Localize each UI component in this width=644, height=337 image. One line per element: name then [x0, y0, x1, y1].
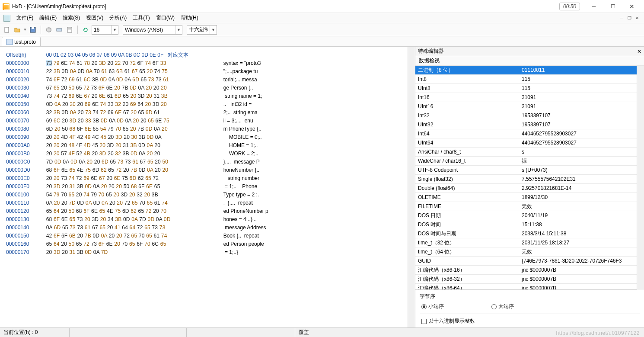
- svg-rect-0: [5, 27, 9, 32]
- base-input[interactable]: [187, 26, 210, 34]
- radio-big-endian[interactable]: 大端序: [491, 303, 514, 310]
- menu-7[interactable]: 帮助(H): [181, 15, 198, 21]
- title-bar: HxD - [C:\Users\ming\Desktop\test.proto]…: [0, 0, 644, 13]
- radio-icon: [491, 304, 497, 309]
- tab-test-proto[interactable]: test.proto: [2, 37, 41, 46]
- inspector-row[interactable]: UInt644404652795528903027: [415, 138, 637, 148]
- inspector-row[interactable]: UInt1631091: [415, 102, 637, 111]
- status-position: 当前位置(h) : 0: [0, 328, 69, 337]
- inspector-row[interactable]: time_t（64 位）无效: [415, 247, 637, 257]
- app-icon: [3, 3, 10, 10]
- close-button[interactable]: ✕: [622, 0, 641, 13]
- inspector-row[interactable]: DOS 日期2040/11/19: [415, 211, 637, 220]
- inspector-row[interactable]: time_t（32 位）2031/11/25 18:18:27: [415, 238, 637, 247]
- svg-rect-4: [57, 29, 62, 31]
- save-icon[interactable]: [29, 26, 37, 34]
- status-bar: 当前位置(h) : 0 覆盖: [0, 327, 644, 337]
- radio-little-endian[interactable]: 小端序: [421, 303, 444, 310]
- toolbar: ▼ ▼ ▼ ▼: [0, 23, 644, 36]
- minimize-button[interactable]: ─: [584, 0, 603, 13]
- inspector-row[interactable]: 汇编代码（x86-64）jnc $0000007B: [415, 284, 637, 290]
- columns-dropdown[interactable]: ▼: [92, 25, 118, 35]
- inspector-table[interactable]: 二进制（8 位）01110011Int8115UInt8115Int163109…: [415, 66, 637, 290]
- clock-badge: 00:50: [559, 3, 580, 10]
- maximize-button[interactable]: ☐: [603, 0, 622, 13]
- byteorder-label: 字节序: [420, 293, 640, 300]
- window-title: HxD - [C:\Users\ming\Desktop\test.proto]: [12, 3, 106, 10]
- inspector-row[interactable]: OLETIME1899/12/30: [415, 193, 637, 202]
- tab-label: test.proto: [14, 39, 36, 45]
- doc-icon: [3, 15, 10, 22]
- base-dropdown[interactable]: ▼: [187, 25, 217, 35]
- data-inspector: 特殊编辑器 ✕ 数据检视 二进制（8 位）01110011Int8115UInt…: [415, 47, 644, 327]
- inspector-row[interactable]: 汇编代码（x86-16）jnc $0000007B: [415, 266, 637, 275]
- inspector-row[interactable]: WideChar / char16_t祳: [415, 157, 637, 166]
- inspector-row[interactable]: DOS 时间15:11:38: [415, 220, 637, 229]
- inspector-row[interactable]: Int321953397107: [415, 111, 637, 120]
- inspector-footer: 字节序 小端序 大端序 以十六进制显示整数: [415, 290, 644, 327]
- inspector-row[interactable]: Int644404652795528903027: [415, 129, 637, 138]
- menu-0[interactable]: 文件(F): [16, 15, 33, 21]
- inspector-row[interactable]: Int8115: [415, 75, 637, 84]
- inspector-row[interactable]: AnsiChar / char8_ts: [415, 148, 637, 157]
- inspector-close-icon[interactable]: ✕: [637, 48, 641, 55]
- chevron-down-icon[interactable]: ▼: [210, 26, 217, 34]
- menu-3[interactable]: 视图(V): [86, 15, 103, 21]
- inspector-row[interactable]: Int1631091: [415, 93, 637, 102]
- refresh-icon[interactable]: [81, 26, 90, 34]
- file-icon: [6, 39, 13, 45]
- inspector-scrollbar[interactable]: [637, 66, 644, 290]
- inspector-row[interactable]: Double (float64)2.925701821681E-14: [415, 184, 637, 193]
- inspector-row[interactable]: 汇编代码（x86-32）jnc $0000007B: [415, 275, 637, 284]
- encoding-dropdown[interactable]: ▼: [123, 25, 182, 35]
- chevron-down-icon[interactable]: ▼: [175, 26, 182, 34]
- inspector-row[interactable]: UTF-8 Codepoints (U+0073): [415, 166, 637, 175]
- inspector-row[interactable]: DOS 时间与日期2038/3/14 15:11:38: [415, 229, 637, 238]
- mdi-window-buttons: ─ ❐ ✕: [618, 15, 641, 21]
- new-file-icon[interactable]: [3, 26, 11, 34]
- menu-6[interactable]: 窗口(W): [156, 15, 175, 21]
- inspector-row[interactable]: UInt8115: [415, 84, 637, 93]
- hex-scrollbar[interactable]: [408, 47, 415, 327]
- checkbox-hex-integers[interactable]: 以十六进制显示整数: [420, 314, 640, 325]
- menu-4[interactable]: 分析(A): [109, 15, 127, 21]
- radio-icon: [421, 304, 427, 309]
- inspector-row[interactable]: GUID{746E7973-7861-3D20-2022-70726F746F3: [415, 257, 637, 266]
- checkbox-icon: [421, 319, 427, 324]
- page-icon[interactable]: [65, 26, 74, 34]
- menu-2[interactable]: 搜索(S): [63, 15, 80, 21]
- encoding-input[interactable]: [123, 26, 175, 34]
- ram-icon[interactable]: [55, 26, 64, 34]
- status-mode: 覆盖: [295, 328, 312, 337]
- columns-input[interactable]: [92, 26, 111, 34]
- inspector-row[interactable]: UInt321953397107: [415, 120, 637, 129]
- inspector-row[interactable]: 二进制（8 位）01110011: [415, 66, 637, 75]
- inspector-subtitle: 数据检视: [419, 57, 440, 64]
- inspector-row[interactable]: Single (float32)7.55755575642102E31: [415, 175, 637, 184]
- mdi-minimize-button[interactable]: ─: [618, 15, 625, 21]
- inspector-row[interactable]: FILETIME无效: [415, 202, 637, 211]
- disk-icon[interactable]: [45, 26, 53, 34]
- hex-editor[interactable]: Offset(h) 00 01 02 03 04 05 06 07 08 09 …: [0, 47, 408, 327]
- svg-rect-2: [32, 27, 34, 29]
- mdi-restore-button[interactable]: ❐: [626, 15, 633, 21]
- menu-bar: 文件(F)编辑(E)搜索(S)视图(V)分析(A)工具(T)窗口(W)帮助(H)…: [0, 13, 644, 23]
- open-file-icon[interactable]: [13, 26, 22, 34]
- tab-strip: test.proto: [0, 36, 644, 47]
- open-dropdown-icon[interactable]: ▼: [23, 28, 27, 32]
- menu-5[interactable]: 工具(T): [133, 15, 150, 21]
- inspector-title: 特殊编辑器: [418, 48, 444, 55]
- chevron-down-icon[interactable]: ▼: [111, 26, 118, 34]
- watermark: https://blog.csdn.net/u010977122: [556, 330, 640, 336]
- mdi-close-button[interactable]: ✕: [634, 15, 641, 21]
- menu-1[interactable]: 编辑(E): [39, 15, 57, 21]
